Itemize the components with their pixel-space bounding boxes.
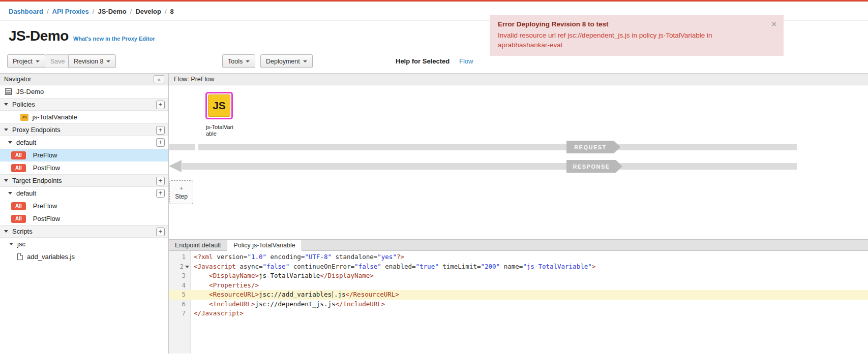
request-lane-segment	[169, 144, 195, 150]
navigator-header: Navigator «	[0, 74, 168, 85]
caret-down-icon	[4, 230, 8, 233]
policy-node-label: js-TotalVariable	[206, 124, 234, 137]
caret-down-icon	[106, 60, 110, 62]
caret-down-icon	[9, 243, 13, 245]
line-number: 6	[169, 300, 190, 309]
add-step-button[interactable]: + Step	[169, 180, 193, 204]
all-badge: All	[11, 164, 26, 172]
add-button[interactable]: +	[156, 177, 165, 185]
sidebar-item-js-demo[interactable]: JS-Demo	[0, 85, 168, 98]
breadcrumb-separator: /	[47, 8, 49, 15]
deployment-button-label: Deployment	[266, 58, 300, 65]
add-button[interactable]: +	[156, 101, 165, 109]
add-button[interactable]: +	[156, 126, 165, 135]
collapse-navigator-button[interactable]: «	[154, 75, 164, 83]
tab-policy-js-totalvariable[interactable]: Policy js-TotalVariable	[227, 240, 302, 251]
code-line-4[interactable]: 4 <Properties/>	[169, 281, 868, 291]
sidebar-item-label: JS-Demo	[16, 88, 44, 95]
sidebar-item-label: PreFlow	[33, 202, 57, 210]
add-button[interactable]: +	[156, 189, 165, 198]
project-button[interactable]: Project	[7, 54, 45, 68]
revision-button-label: Revision 8	[74, 58, 103, 65]
policy-node-js-totalvariable[interactable]: JS	[205, 92, 233, 119]
add-button[interactable]: +	[156, 138, 165, 147]
deployment-button[interactable]: Deployment	[260, 54, 313, 68]
sidebar-item-scripts[interactable]: Scripts+	[0, 225, 168, 238]
error-message: Invalid resource url ref jsc://dependent…	[498, 30, 755, 50]
line-number: 1	[169, 252, 190, 262]
fold-icon[interactable]	[185, 266, 189, 268]
help-flow-link[interactable]: Flow	[459, 57, 473, 65]
sidebar-item-jsc[interactable]: jsc	[0, 238, 168, 250]
add-step-label: Step	[175, 193, 188, 200]
save-button[interactable]: Save	[45, 54, 71, 68]
caret-down-icon	[8, 192, 12, 195]
code-line-text: <IncludeURL>jsc://dependent_js.js</Inclu…	[190, 300, 868, 309]
code-line-6[interactable]: 6 <IncludeURL>jsc://dependent_js.js</Inc…	[169, 300, 868, 309]
sidebar-item-label: Policies	[12, 101, 35, 108]
code-line-5[interactable]: 5 <ResourceURL>jsc://add_variables.js</R…	[169, 290, 868, 300]
breadcrumb-item-dashboard[interactable]: Dashboard	[9, 8, 43, 15]
caret-down-icon	[246, 60, 250, 62]
whats-new-link[interactable]: What's new in the Proxy Editor	[73, 36, 155, 42]
breadcrumb-item-js-demo: JS-Demo	[98, 8, 126, 15]
flow-header-label: Flow: PreFlow	[174, 76, 214, 83]
sidebar-item-proxy-endpoints[interactable]: Proxy Endpoints+	[0, 123, 168, 136]
breadcrumb-item-develop: Develop	[135, 8, 161, 15]
code-line-3[interactable]: 3 <DisplayName>js-TotalVariable</Display…	[169, 271, 868, 281]
caret-down-icon	[4, 128, 8, 131]
sidebar-item-label: Target Endpoints	[12, 177, 62, 184]
close-icon[interactable]: ×	[771, 19, 776, 29]
add-button[interactable]: +	[156, 228, 165, 236]
caret-down-icon	[36, 60, 40, 62]
sidebar-item-target-endpoints[interactable]: Target Endpoints+	[0, 174, 168, 187]
sidebar-item-label: PostFlow	[33, 164, 60, 172]
sidebar-item-default[interactable]: default+	[0, 187, 168, 200]
sidebar-item-policies[interactable]: Policies+	[0, 98, 168, 111]
file-icon	[17, 253, 23, 260]
breadcrumb-separator: /	[93, 8, 95, 15]
code-line-2[interactable]: 2<Javascript async="false" continueOnErr…	[169, 262, 868, 272]
page-title: JS-Demo	[9, 28, 69, 44]
code-line-1[interactable]: 1<?xml version="1.0" encoding="UTF-8" st…	[169, 252, 868, 262]
tools-button-label: Tools	[228, 58, 243, 65]
response-lane	[182, 163, 797, 170]
sidebar-item-postflow[interactable]: AllPostFlow	[0, 162, 168, 174]
all-badge: All	[11, 151, 26, 159]
breadcrumb-item-api-proxies[interactable]: API Proxies	[52, 8, 89, 15]
caret-down-icon	[303, 60, 307, 62]
line-number: 2	[169, 262, 190, 272]
sidebar-item-default[interactable]: default+	[0, 136, 168, 149]
code-line-text: <Javascript async="false" continueOnErro…	[190, 262, 868, 272]
sidebar-item-label: Scripts	[12, 228, 33, 235]
sidebar-item-js-totalvariable[interactable]: JSjs-TotalVariable	[0, 111, 168, 123]
project-button-label: Project	[13, 58, 33, 65]
editor-tabbar: Endpoint defaultPolicy js-TotalVariable	[169, 239, 868, 251]
sidebar-item-label: PreFlow	[33, 151, 57, 159]
revision-button[interactable]: Revision 8	[68, 54, 116, 68]
breadcrumb-item-8: 8	[170, 8, 174, 15]
save-button-label: Save	[50, 58, 65, 65]
tools-button[interactable]: Tools	[222, 54, 255, 68]
content: Navigator « JS-DemoPolicies+JSjs-TotalVa…	[0, 74, 868, 353]
caret-down-icon	[4, 179, 8, 182]
code-line-text: <?xml version="1.0" encoding="UTF-8" sta…	[190, 252, 868, 262]
proxy-icon	[5, 88, 12, 95]
navigator-panel: Navigator « JS-DemoPolicies+JSjs-TotalVa…	[0, 74, 169, 353]
caret-down-icon	[8, 141, 12, 144]
code-line-text: <DisplayName>js-TotalVariable</DisplayNa…	[190, 271, 868, 281]
sidebar-item-label: PostFlow	[33, 215, 60, 222]
sidebar-item-add-variables-js[interactable]: add_variables.js	[0, 250, 168, 263]
sidebar-item-postflow[interactable]: AllPostFlow	[0, 212, 168, 225]
sidebar-item-label: js-TotalVariable	[33, 113, 77, 121]
response-flow-label: RESPONSE	[566, 160, 622, 173]
code-line-7[interactable]: 7</Javascript>	[169, 309, 868, 318]
code-area[interactable]: 1<?xml version="1.0" encoding="UTF-8" st…	[169, 251, 868, 353]
sidebar-item-preflow[interactable]: AllPreFlow	[0, 200, 168, 212]
sidebar-item-label: default	[16, 189, 36, 197]
line-number: 5	[169, 290, 190, 300]
flow-canvas: JS js-TotalVariable REQUEST RESPONSE + S…	[169, 85, 868, 239]
text-cursor	[333, 291, 333, 298]
tab-endpoint-default[interactable]: Endpoint default	[169, 240, 227, 250]
sidebar-item-preflow[interactable]: AllPreFlow	[0, 149, 168, 162]
